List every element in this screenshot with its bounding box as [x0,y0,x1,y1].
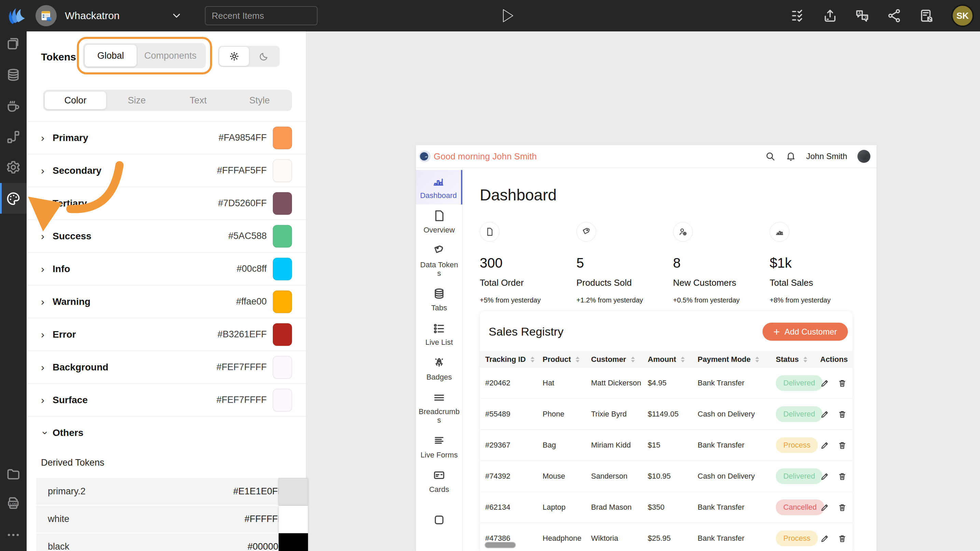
chevron-right-icon[interactable]: › [41,329,50,340]
settings-gear-icon[interactable] [6,160,21,175]
edit-pencil-icon[interactable] [820,472,829,481]
delete-trash-icon[interactable] [838,441,847,450]
add-customer-button[interactable]: + Add Customer [762,322,848,341]
token-swatch[interactable] [273,323,292,346]
tab-global[interactable]: Global [85,45,137,67]
delete-trash-icon[interactable] [838,472,847,481]
derived-token-row[interactable]: white #FFFFFF [36,506,289,533]
chevron-right-icon[interactable]: › [41,231,50,241]
project-icon[interactable] [35,5,57,26]
chevron-down-icon[interactable] [171,10,182,22]
sidebar-item-data-tokens[interactable]: Data Tokens [416,239,462,283]
edit-pencil-icon[interactable] [820,441,829,450]
edit-pencil-icon[interactable] [820,534,829,543]
log-file-icon[interactable]: LOG [6,496,21,511]
tab-style[interactable]: Style [229,92,290,109]
chevron-right-icon[interactable]: › [41,133,50,143]
token-swatch[interactable] [273,291,292,313]
token-swatch[interactable] [273,192,292,215]
tab-text[interactable]: Text [168,92,229,109]
column-header-customer[interactable]: Customer [591,355,648,364]
export-icon[interactable] [823,8,837,23]
edit-pencil-icon[interactable] [820,379,829,388]
token-row[interactable]: › Primary #FA9854FF [27,122,306,154]
sort-icon[interactable] [530,356,535,363]
sidebar-item-partial[interactable] [416,509,462,531]
delete-trash-icon[interactable] [838,503,847,512]
sort-icon[interactable] [755,356,760,363]
delete-trash-icon[interactable] [838,534,847,543]
chevron-down-icon[interactable]: › [40,429,51,437]
sidebar-item-cards[interactable]: Cards [416,464,462,499]
token-swatch[interactable] [273,356,292,379]
coffee-icon[interactable] [6,98,21,113]
sidebar-item-breadcrumbs[interactable]: Breadcrumbs [416,386,462,429]
translate-icon[interactable]: A 文 [855,8,869,23]
horizontal-scrollbar-thumb[interactable] [485,542,516,548]
database-icon[interactable] [6,68,21,83]
chevron-right-icon[interactable]: › [41,297,50,307]
sort-icon[interactable] [630,356,635,363]
search-icon[interactable] [765,151,775,162]
preview-user-avatar[interactable] [858,150,870,163]
token-row[interactable]: › Background #FEF7FFFF [27,351,306,384]
workflow-icon[interactable] [6,129,21,144]
token-swatch[interactable] [273,127,292,149]
column-header-product[interactable]: Product [542,355,591,364]
token-group-others[interactable]: › Others [27,416,306,449]
token-row[interactable]: › Info #00c8ff [27,252,306,286]
token-swatch[interactable] [273,225,292,248]
bell-icon[interactable] [786,151,796,162]
chevron-right-icon[interactable]: › [41,198,50,209]
derived-token-row[interactable]: primary.2 #E1E1E0FF [36,478,289,506]
palette-icon[interactable] [6,191,21,206]
sidebar-item-dashboard[interactable]: Dashboard [416,170,462,205]
more-ellipsis-icon[interactable] [6,527,21,543]
chevron-right-icon[interactable]: › [41,165,50,176]
task-list-icon[interactable] [791,8,805,23]
token-swatch[interactable] [273,159,292,182]
token-row[interactable]: › Warning #ffae00 [27,286,306,318]
dark-mode-button[interactable] [249,47,278,66]
token-swatch[interactable] [278,533,308,551]
chevron-right-icon[interactable]: › [41,362,50,372]
chevron-right-icon[interactable]: › [41,264,50,274]
token-swatch[interactable] [278,478,308,506]
column-header-tracking-id[interactable]: Tracking ID [485,355,542,364]
token-row[interactable]: › Success #5AC588 [27,220,306,252]
tab-color[interactable]: Color [45,92,106,109]
play-icon[interactable] [499,8,515,24]
column-header-status[interactable]: Status [776,355,820,364]
folder-icon[interactable] [6,466,21,481]
sort-icon[interactable] [803,356,808,363]
token-row[interactable]: › Surface #FEF7FFFF [27,384,306,416]
user-avatar[interactable]: SK [951,5,974,27]
column-header-amount[interactable]: Amount [648,355,698,364]
token-swatch[interactable] [278,506,308,533]
token-swatch[interactable] [273,258,292,280]
recent-items-input[interactable]: Recent Items [205,6,318,25]
sidebar-item-overview[interactable]: Overview [416,205,462,239]
doc-sync-icon[interactable] [919,8,934,23]
edit-pencil-icon[interactable] [820,410,829,419]
sidebar-item-badges[interactable]: Badges [416,352,462,386]
token-row[interactable]: › Secondary #FFFAF5FF [27,154,306,187]
token-swatch[interactable] [273,389,292,411]
tab-components[interactable]: Components [137,45,204,67]
column-header-payment-mode[interactable]: Payment Mode [698,355,776,364]
sidebar-item-live-forms[interactable]: Live Forms [416,429,462,464]
token-row[interactable]: › Tertiary #7D5260FF [27,187,306,220]
delete-trash-icon[interactable] [838,379,847,388]
sidebar-item-tabs[interactable]: Tabs [416,282,462,317]
derived-token-row[interactable]: black #000000 [36,533,289,551]
tab-size[interactable]: Size [106,92,168,109]
delete-trash-icon[interactable] [838,410,847,419]
edit-pencil-icon[interactable] [820,503,829,512]
sidebar-item-live-list[interactable]: Live List [416,317,462,351]
token-row[interactable]: › Error #B3261EFF [27,318,306,351]
share-graph-icon[interactable] [887,8,902,23]
chevron-right-icon[interactable]: › [41,395,50,405]
light-mode-button[interactable] [219,47,249,66]
sort-icon[interactable] [575,356,580,363]
pages-icon[interactable] [6,36,21,51]
